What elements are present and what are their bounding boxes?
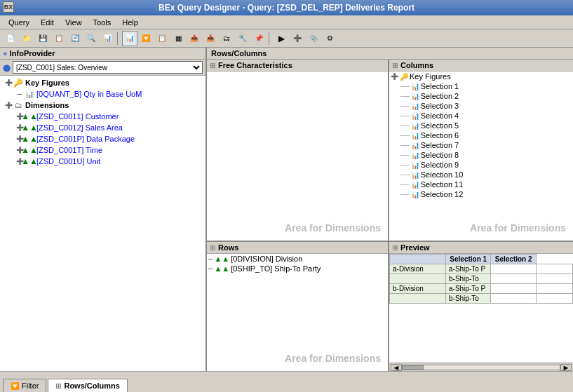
preview-dim [390, 274, 446, 284]
scrollbar-thumb[interactable] [403, 365, 424, 370]
preview-dim: a-Division [390, 264, 446, 274]
expand-keyfigures[interactable]: ➕ [4, 79, 13, 87]
menu-query[interactable]: Query [3, 17, 35, 28]
toolbar-btn14[interactable]: 🗂 [219, 31, 234, 46]
tree-zsd-c001p[interactable]: ➕ ▲▲ [ZSD_C001P] Data Package [1, 133, 204, 144]
toolbar-btn4[interactable]: 📋 [51, 31, 67, 46]
columns-panel: ⊞ Columns ➕ 🔑 Key Figures ──📊Selection 1… [389, 60, 573, 241]
tree-zsd-c0012[interactable]: ➕ ▲▲ [ZSD_C0012] Sales Area [1, 122, 204, 133]
preview-val-1 [536, 294, 572, 304]
toolbar-btn19[interactable]: 📎 [306, 31, 321, 46]
preview-row: b-Divisiona-Ship-To P [390, 284, 573, 294]
infoprovider-select[interactable]: [ZSD_C001] Sales: Overview [13, 61, 203, 74]
preview-val-0 [491, 274, 536, 284]
preview-sub: b-Ship-To [446, 274, 491, 284]
toolbar-btn20[interactable]: ⚙ [322, 31, 337, 46]
selections-container: ──📊Selection 1──📊Selection 2──📊Selection… [389, 81, 573, 199]
preview-val-1 [536, 284, 572, 294]
toolbar-btn15[interactable]: 🔧 [235, 31, 250, 46]
selection-item-4[interactable]: ──📊Selection 4 [389, 111, 573, 121]
selection-item-11[interactable]: ──📊Selection 11 [389, 180, 573, 189]
preview-scrollbar[interactable]: ◄ ► [389, 363, 573, 371]
toolbar-btn7[interactable]: 📊 [100, 31, 115, 46]
toolbar-execute[interactable]: ▶ [274, 31, 289, 46]
selection-item-5[interactable]: ──📊Selection 5 [389, 121, 573, 130]
zsd-c0011-icon: ▲▲ [24, 111, 35, 121]
rows-columns-header: Rows/Columns [207, 48, 573, 60]
selection-item-12[interactable]: ──📊Selection 12 [389, 189, 573, 199]
selection-item-8[interactable]: ──📊Selection 8 [389, 150, 573, 160]
preview-val-0 [491, 284, 536, 294]
preview-col-empty [390, 255, 446, 264]
toolbar-btn10[interactable]: 📋 [154, 31, 170, 46]
preview-val-1 [536, 274, 572, 284]
preview-dim: b-Division [390, 284, 446, 294]
menu-edit[interactable]: Edit [35, 17, 60, 28]
toolbar-save[interactable]: 💾 [35, 31, 50, 46]
preview-col-sel2: Selection 2 [491, 255, 536, 264]
infoprovider-selector[interactable]: ⬤ [ZSD_C001] Sales: Overview [0, 60, 205, 76]
tab-rows-columns[interactable]: ⊞ Rows/Columns [48, 379, 127, 392]
scroll-left[interactable]: ◄ [391, 364, 402, 371]
preview-val-1 [536, 264, 572, 274]
tab-filter[interactable]: 🔽 Filter [3, 379, 46, 392]
dimensions-icon: 🗂 [13, 100, 24, 110]
right-panel-body: ⊞ Free Characteristics Area for Dimensio… [207, 60, 573, 371]
tree-dimensions[interactable]: ➕ 🗂 Dimensions [1, 100, 204, 111]
tree-zsd-c001t[interactable]: ➕ ▲▲ [ZSD_C001T] Time [1, 144, 204, 156]
menu-help[interactable]: Help [116, 17, 144, 28]
toolbar-btn9[interactable]: 🔽 [138, 31, 154, 46]
toolbar-btn5[interactable]: 🔄 [67, 31, 83, 46]
preview-dim [390, 294, 446, 304]
rows-header: ⊞ Rows [207, 242, 388, 254]
toolbar-open[interactable]: 📁 [19, 31, 34, 46]
toolbar-btn8[interactable]: 📊 [122, 31, 137, 46]
rows-division[interactable]: ─ ▲▲ [0DIVISION] Division [207, 254, 388, 264]
infoprovider-header: ● InfoProvider [0, 48, 205, 60]
title-bar: BX BEx Query Designer - Query: [ZSD_DEL_… [0, 0, 573, 15]
menu-bar: Query Edit View Tools Help [0, 15, 573, 29]
columns-header: ⊞ Columns [389, 60, 573, 72]
toolbar-btn11[interactable]: ▦ [170, 31, 186, 46]
toolbar-btn13[interactable]: 📥 [203, 31, 218, 46]
expand-dimensions[interactable]: ➕ [4, 101, 13, 109]
selection-item-2[interactable]: ──📊Selection 2 [389, 91, 573, 101]
preview-sub: a-Ship-To P [446, 284, 491, 294]
preview-sub: b-Ship-To [446, 294, 491, 304]
selection-item-6[interactable]: ──📊Selection 6 [389, 130, 573, 140]
top-row: ⊞ Free Characteristics Area for Dimensio… [207, 60, 573, 242]
toolbar-sep1 [117, 32, 120, 45]
preview-table-wrap: Selection 1 Selection 2 a-Divisiona-Ship… [389, 254, 573, 363]
toolbar-btn16[interactable]: 📌 [251, 31, 267, 46]
tree-zsd-c0011[interactable]: ➕ ▲▲ [ZSD_C0011] Customer [1, 111, 204, 122]
0quant-icon: 📊 [24, 89, 35, 99]
selection-item-10[interactable]: ──📊Selection 10 [389, 170, 573, 180]
toolbar: 📄 📁 💾 📋 🔄 🔍 📊 📊 🔽 📋 ▦ 📤 📥 🗂 🔧 📌 ▶ ➕ 📎 ⚙ [0, 29, 573, 48]
preview-row: b-Ship-To [390, 294, 573, 304]
tree-0quant[interactable]: ─ 📊 [0QUANT_B] Qty in Base UoM [1, 88, 204, 100]
columns-body: ➕ 🔑 Key Figures ──📊Selection 1──📊Selecti… [389, 72, 573, 241]
free-char-header: ⊞ Free Characteristics [207, 60, 388, 72]
menu-tools[interactable]: Tools [88, 17, 117, 28]
infoprovider-panel: ● InfoProvider ⬤ [ZSD_C001] Sales: Overv… [0, 48, 207, 371]
menu-view[interactable]: View [60, 17, 88, 28]
toolbar-new[interactable]: 📄 [3, 31, 18, 46]
tree-keyfigures[interactable]: ➕ 🔑 Key Figures [1, 77, 204, 88]
free-char-panel: ⊞ Free Characteristics Area for Dimensio… [207, 60, 389, 241]
rows-area-label: Area for Dimensions [285, 353, 381, 364]
selection-item-7[interactable]: ──📊Selection 7 [389, 140, 573, 150]
app-icon: BX [3, 1, 14, 13]
selection-item-3[interactable]: ──📊Selection 3 [389, 101, 573, 111]
selection-item-1[interactable]: ──📊Selection 1 [389, 81, 573, 91]
free-char-body: Area for Dimensions [207, 72, 388, 241]
tree-zsd-c001u[interactable]: ➕ ▲▲ [ZSD_C001U] Unit [1, 156, 204, 167]
toolbar-btn12[interactable]: 📤 [187, 31, 202, 46]
toolbar-btn6[interactable]: 🔍 [83, 31, 99, 46]
toolbar-btn18[interactable]: ➕ [290, 31, 305, 46]
scroll-right[interactable]: ► [560, 364, 572, 371]
columns-keyfigures[interactable]: ➕ 🔑 Key Figures [389, 72, 573, 81]
scrollbar-track[interactable] [402, 365, 560, 370]
zsd-c0012-icon: ▲▲ [24, 123, 35, 133]
selection-item-9[interactable]: ──📊Selection 9 [389, 160, 573, 170]
rows-ship-to[interactable]: ─ ▲▲ [0SHIP_TO] Ship-To Party [207, 264, 388, 273]
